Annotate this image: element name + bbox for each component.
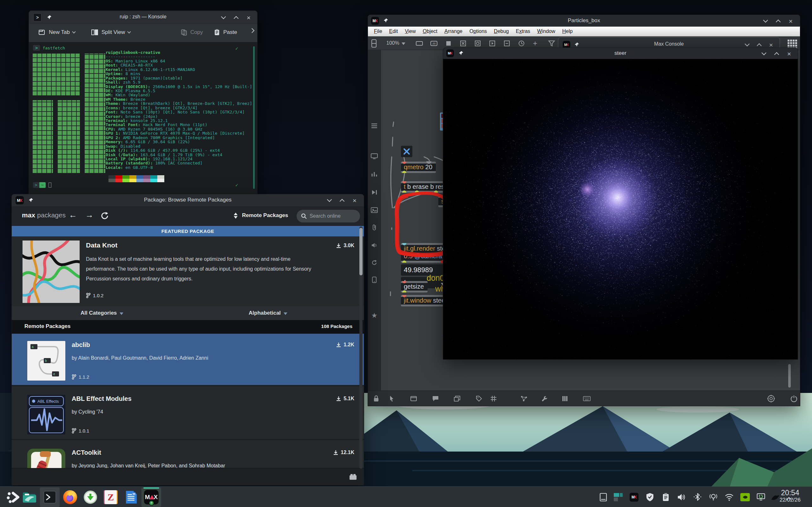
scrollbar-handle[interactable]: [359, 228, 362, 275]
qmetro-object[interactable]: qmetro 20: [401, 162, 436, 173]
pin-icon[interactable]: [47, 15, 52, 20]
menu-options[interactable]: Options: [466, 29, 490, 34]
toggle-object[interactable]: [401, 146, 412, 157]
funnel-icon[interactable]: [548, 39, 556, 48]
patcher-scrollbar[interactable]: [788, 364, 791, 388]
paste-button[interactable]: Paste: [213, 29, 237, 36]
maximize-icon[interactable]: [232, 14, 240, 21]
menu-extras[interactable]: Extras: [512, 29, 534, 34]
pin-icon[interactable]: [28, 198, 33, 203]
featured-package[interactable]: Data Knot 3.0K Data Knot is a set of mac…: [12, 236, 364, 306]
panel-icon[interactable]: [598, 492, 609, 503]
pin-icon[interactable]: [574, 42, 579, 47]
minus-icon[interactable]: [503, 39, 511, 48]
clipboard-icon[interactable]: [660, 492, 671, 503]
toolbar-overflow-icon[interactable]: [250, 29, 254, 32]
bluetooth-icon[interactable]: [692, 492, 703, 503]
package-row-abclib[interactable]: a b e abclib 1.2K by Alain Bonardi, Paul…: [12, 334, 364, 386]
getsize-object[interactable]: getsize: [401, 281, 427, 292]
grid-icon[interactable]: [490, 395, 498, 403]
menu-view[interactable]: View: [401, 29, 419, 34]
maximize-icon[interactable]: [772, 50, 780, 57]
filmstrip-icon[interactable]: [370, 39, 378, 48]
power-icon[interactable]: [790, 395, 798, 403]
meter-icon[interactable]: [370, 170, 378, 178]
clock-icon[interactable]: [517, 39, 525, 48]
terminal-scrollbar[interactable]: [253, 46, 255, 189]
pin-icon[interactable]: [458, 51, 463, 56]
clock[interactable]: 20:54 22/02/26: [780, 489, 801, 503]
new-object-icon[interactable]: [409, 395, 418, 403]
close-icon[interactable]: ×: [245, 14, 253, 21]
libreoffice-writer[interactable]: [121, 487, 141, 507]
maximize-icon[interactable]: [755, 41, 763, 48]
max[interactable]: M X +: [142, 487, 161, 507]
menu-debug[interactable]: Debug: [490, 29, 512, 34]
attachment-icon[interactable]: [370, 224, 378, 231]
categories-dropdown[interactable]: All Categories: [81, 310, 123, 316]
copy-button[interactable]: Copy: [181, 29, 203, 36]
volume-icon[interactable]: [676, 492, 687, 503]
close-icon[interactable]: ×: [786, 17, 795, 24]
downloader[interactable]: [81, 487, 100, 507]
max-tray-icon[interactable]: MX: [629, 492, 640, 503]
shield-icon[interactable]: [645, 492, 655, 503]
remote-packages-button[interactable]: Remote Packages: [242, 212, 288, 219]
pin-icon[interactable]: [383, 18, 388, 23]
menu-icon[interactable]: [370, 122, 378, 130]
new-tab-button[interactable]: New Tab: [38, 29, 75, 36]
close-icon[interactable]: ×: [351, 197, 359, 204]
pager-icon[interactable]: [613, 492, 623, 503]
toggle-x-icon[interactable]: [459, 39, 467, 48]
minimize-icon[interactable]: [761, 17, 769, 24]
firefox[interactable]: [60, 487, 80, 507]
wrench-icon[interactable]: [541, 395, 549, 403]
keys-icon[interactable]: [583, 395, 591, 403]
search-input[interactable]: Search online: [297, 210, 360, 222]
picture-icon[interactable]: [370, 206, 378, 214]
maximize-icon[interactable]: [338, 197, 346, 204]
wifi-icon[interactable]: [724, 492, 734, 503]
menu-edit[interactable]: Edit: [386, 29, 402, 34]
maximize-icon[interactable]: [774, 17, 782, 24]
object-rect-icon[interactable]: [415, 39, 423, 48]
plus-icon[interactable]: +: [531, 39, 539, 48]
refresh-icon[interactable]: [100, 211, 109, 221]
sort-dropdown[interactable]: Alphabetical: [249, 310, 287, 316]
packages-grid-icon[interactable]: [349, 472, 357, 481]
forward-icon[interactable]: →: [85, 210, 94, 220]
steer-titlebar[interactable]: MX steer ×: [443, 48, 798, 59]
close-icon[interactable]: ×: [785, 50, 793, 57]
layers-icon[interactable]: [453, 395, 461, 403]
connections-icon[interactable]: [520, 395, 528, 403]
message-icon[interactable]: m: [430, 39, 438, 48]
nvidia-icon[interactable]: [740, 492, 751, 503]
zoom-dropdown[interactable]: 100%: [386, 40, 405, 46]
dolphin-file-manager[interactable]: [20, 487, 39, 507]
device-icon[interactable]: [370, 276, 378, 284]
menu-arrange[interactable]: Arrange: [441, 29, 466, 34]
konsole[interactable]: [40, 487, 60, 507]
minimize-icon[interactable]: [219, 14, 227, 21]
filled-square-icon[interactable]: [444, 39, 453, 48]
particle-render-view[interactable]: [443, 59, 798, 360]
menu-file[interactable]: File: [370, 29, 386, 34]
columns-icon[interactable]: [561, 395, 569, 403]
package-titlebar[interactable]: MX Package: Browse Remote Packages ×: [12, 194, 364, 206]
pointer-icon[interactable]: [388, 395, 396, 403]
star-icon[interactable]: ★: [370, 312, 378, 320]
package-row-abl-effect-modules[interactable]: ABL Effects ABL Effect Modules 5.1K by C…: [12, 388, 364, 440]
menu-object[interactable]: Object: [419, 29, 441, 34]
target-icon[interactable]: [767, 395, 775, 403]
power-settings-icon[interactable]: [756, 492, 766, 503]
minimize-icon[interactable]: [325, 197, 334, 204]
particles-box-titlebar[interactable]: MX Particles_box ×: [368, 15, 800, 26]
step-icon[interactable]: [370, 188, 378, 196]
close-icon[interactable]: ×: [767, 41, 775, 48]
menu-window[interactable]: Window: [534, 29, 559, 34]
nightlight-icon[interactable]: [708, 492, 719, 503]
zotero[interactable]: Z: [101, 487, 120, 507]
sort-direction-icon[interactable]: [234, 213, 238, 219]
split-view-button[interactable]: Split View: [91, 29, 131, 36]
menu-help[interactable]: Help: [559, 29, 576, 34]
